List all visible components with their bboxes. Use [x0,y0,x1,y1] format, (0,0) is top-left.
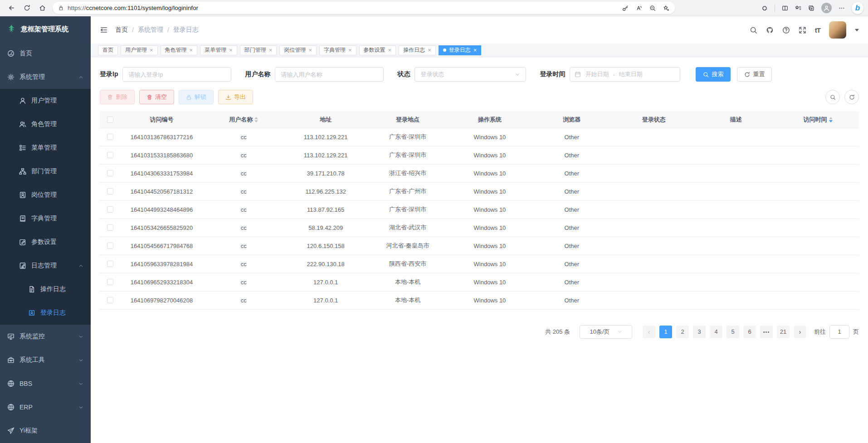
page-button-6[interactable]: 6 [743,326,756,338]
address-bar[interactable]: https://ccnetcore.com:1101/system/log/lo… [53,2,675,14]
sort-caret-icon[interactable] [829,117,833,122]
collections-icon[interactable] [808,5,814,11]
tab-dict-mgmt[interactable]: 字典管理× [319,45,356,55]
tab-post-mgmt[interactable]: 岗位管理× [279,45,317,55]
page-button-5[interactable]: 5 [727,326,739,338]
status-select[interactable]: 登录状态 [414,67,526,82]
sidebar-item-post-mgmt[interactable]: 岗位管理 [0,183,91,207]
close-icon[interactable]: × [229,47,233,53]
page-button-2[interactable]: 2 [676,326,689,338]
bing-icon[interactable]: b [852,2,863,14]
home-icon[interactable] [35,2,49,15]
close-icon[interactable]: × [150,47,153,53]
search-icon[interactable] [750,26,757,34]
tab-login-log[interactable]: 登录日志× [439,45,482,55]
chevron-down-icon[interactable] [855,28,859,32]
key-icon[interactable] [622,5,629,11]
row-checkbox[interactable] [107,134,113,140]
back-icon[interactable] [5,2,18,15]
hamburger-icon[interactable] [100,26,108,34]
delete-button[interactable]: 删除 [100,90,135,104]
sidebar-item-dept-mgmt[interactable]: 部门管理 [0,160,91,183]
column-header-time[interactable]: 访问时间 [777,112,859,128]
goto-page-input[interactable] [829,325,849,339]
select-all-checkbox[interactable] [107,117,113,123]
sidebar-item-yi-framework[interactable]: Yi框架 [0,419,91,443]
export-button[interactable]: 导出 [218,90,253,104]
next-page-button[interactable]: › [794,326,806,338]
sidebar-item-login-log[interactable]: 登录日志 [0,301,91,325]
user-name-input[interactable] [275,67,384,82]
zoom-out-icon[interactable] [649,5,656,11]
close-icon[interactable]: × [190,47,193,53]
column-header-user[interactable]: 用户名称 [203,112,285,128]
sidebar-item-param-settings[interactable]: 参数设置 [0,230,91,254]
sidebar-item-log-mgmt[interactable]: 日志管理 [0,254,91,277]
read-aloud-icon[interactable] [636,5,642,11]
user-avatar[interactable] [829,21,846,39]
page-button-21[interactable]: 21 [777,326,790,338]
sidebar-item-sys-tools[interactable]: 系统工具 [0,348,91,372]
sidebar-item-oper-log[interactable]: 操作日志 [0,277,91,301]
row-checkbox[interactable] [107,170,113,176]
login-ip-input[interactable] [122,67,231,82]
sidebar-item-user-mgmt[interactable]: 用户管理 [0,89,91,112]
sort-caret-icon[interactable] [254,117,258,122]
sidebar-item-system-mgmt[interactable]: 系统管理 [0,65,91,89]
date-range-picker[interactable]: 开始日期 - 结束日期 [570,67,680,82]
prev-page-button[interactable]: ‹ [643,326,655,338]
close-icon[interactable]: × [269,47,273,53]
table-refresh-button[interactable] [844,90,859,104]
row-checkbox[interactable] [107,188,113,195]
reload-icon[interactable] [20,2,34,15]
sidebar-item-home[interactable]: 首页 [0,42,91,65]
close-icon[interactable]: × [388,47,392,53]
row-checkbox[interactable] [107,297,113,303]
clear-button[interactable]: 清空 [139,90,174,104]
fullscreen-icon[interactable] [799,26,806,34]
breadcrumb-item[interactable]: 系统管理 [138,26,163,34]
close-icon[interactable]: × [308,47,312,53]
extensions-icon[interactable] [761,5,768,11]
font-size-icon[interactable]: tT [815,26,820,34]
tab-user-mgmt[interactable]: 用户管理× [121,45,158,55]
sidebar-item-menu-mgmt[interactable]: 菜单管理 [0,136,91,160]
page-button-4[interactable]: 4 [710,326,722,338]
reset-button[interactable]: 重置 [737,67,772,82]
tab-dept-mgmt[interactable]: 部门管理× [240,45,277,55]
tab-role-mgmt[interactable]: 角色管理× [161,45,198,55]
row-checkbox[interactable] [107,152,113,158]
sidebar-item-sys-monitor[interactable]: 系统监控 [0,325,91,348]
add-favorite-icon[interactable] [663,5,669,11]
breadcrumb-item[interactable]: 首页 [115,26,128,34]
more-icon[interactable] [839,5,845,11]
close-icon[interactable]: × [473,47,477,53]
close-icon[interactable]: × [348,47,352,53]
row-checkbox[interactable] [107,261,113,267]
split-screen-icon[interactable] [782,5,788,11]
help-icon[interactable] [782,26,790,34]
sidebar-item-role-mgmt[interactable]: 角色管理 [0,112,91,136]
page-button-1[interactable]: 1 [659,326,672,338]
user-name-label: 用户名称 [245,70,270,78]
browser-profile-icon[interactable] [821,3,832,13]
search-button[interactable]: 搜索 [696,67,731,82]
sidebar-item-erp[interactable]: ERP [0,395,91,419]
tab-menu-mgmt[interactable]: 菜单管理× [200,45,237,55]
row-checkbox[interactable] [107,279,113,285]
page-size-select[interactable]: 10条/页 [580,325,632,339]
row-checkbox[interactable] [107,224,113,231]
tab-oper-log[interactable]: 操作日志× [399,45,436,55]
sidebar-item-bbs[interactable]: BBS [0,372,91,395]
github-icon[interactable] [766,26,774,34]
sidebar-item-dict-mgmt[interactable]: 字典管理 [0,207,91,230]
page-button-3[interactable]: 3 [693,326,706,338]
close-icon[interactable]: × [428,47,431,53]
row-checkbox[interactable] [107,243,113,249]
table-search-toggle-button[interactable] [825,90,840,104]
row-checkbox[interactable] [107,206,113,213]
tab-home[interactable]: 首页 [98,45,118,55]
favorites-bar-icon[interactable] [795,5,801,11]
tab-param-settings[interactable]: 参数设置× [359,45,396,55]
unlock-button[interactable]: 解锁 [179,90,214,104]
